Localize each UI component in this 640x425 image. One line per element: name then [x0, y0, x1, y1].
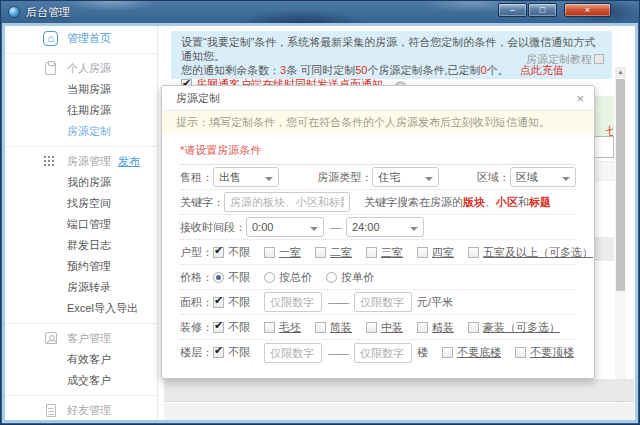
- chevron-down-icon: [310, 227, 318, 235]
- footer-band-lower: [164, 403, 634, 420]
- area-min-input[interactable]: [264, 292, 322, 312]
- area-max-input[interactable]: [354, 292, 412, 312]
- sidebar-item-haoyou-guanli[interactable]: 好友管理: [5, 401, 157, 420]
- sidebar-item-chengjiao-kehu[interactable]: 成交客户: [5, 371, 157, 390]
- layout-3room-checkbox[interactable]: 三室: [366, 245, 403, 260]
- dialog-title: 房源定制: [176, 92, 220, 104]
- sidebar-item-wode-fangyuan[interactable]: 我的房源: [5, 173, 157, 192]
- sidebar-item-duankou-guanli[interactable]: 端口管理: [5, 215, 157, 234]
- deco-jingzhuang-checkbox[interactable]: 精装: [417, 320, 454, 335]
- dialog-body: *请设置房源条件 售租： 出售 房源类型： 住宅 区域： 区域 关键字：: [162, 133, 594, 365]
- property-type-select[interactable]: 住宅: [372, 167, 438, 187]
- chevron-down-icon: [410, 227, 418, 235]
- home-icon: ⌂: [43, 31, 58, 46]
- sidebar-item-qunfa-rizhi[interactable]: 群发日志: [5, 236, 157, 255]
- sidebar-item-kehu-guanli[interactable]: 客户管理: [5, 329, 157, 348]
- time-to-select[interactable]: 24:00: [346, 217, 424, 237]
- max-count: 50: [355, 64, 367, 76]
- sidebar-item-fangyuan-dingzhi[interactable]: 房源定制: [5, 122, 157, 141]
- divider: [5, 323, 157, 324]
- layout-1room-checkbox[interactable]: 一室: [264, 245, 301, 260]
- check-icon: ✔: [214, 319, 223, 332]
- price-unlimited-radio[interactable]: 不限: [213, 270, 250, 285]
- app-window: 后台管理 – □ × ⌂ 管理首页 个人房源 当期房源 往期房源 房源定制 房源…: [0, 0, 640, 425]
- dialog-header: 房源定制 ×: [162, 86, 594, 111]
- row-sale-type-region: 售租： 出售 房源类型： 住宅 区域： 区域: [180, 165, 576, 190]
- sidebar-item-fangyuan-guanli[interactable]: 房源管理 发布: [5, 152, 157, 171]
- sidebar: ⌂ 管理首页 个人房源 当期房源 往期房源 房源定制 房源管理 发布 我的房源 …: [5, 23, 158, 420]
- scrollbar[interactable]: ▲: [615, 67, 626, 403]
- divider: [5, 53, 157, 54]
- check-icon: ✔: [214, 294, 223, 307]
- sidebar-item-guanli-shouye[interactable]: ⌂ 管理首页: [5, 29, 157, 48]
- scrollbar-thumb[interactable]: [616, 79, 625, 291]
- sidebar-item-yuyue-guanli[interactable]: 预约管理: [5, 257, 157, 276]
- sidebar-item-wangqi-fangyuan[interactable]: 往期房源: [5, 101, 157, 120]
- sidebar-item-fangyuan-zhuanlu[interactable]: 房源转录: [5, 278, 157, 297]
- layout-4room-checkbox[interactable]: 四室: [417, 245, 454, 260]
- keyword-input[interactable]: [224, 192, 350, 212]
- clipped-input-fragment: [595, 136, 614, 158]
- section-label: *请设置房源条件: [180, 143, 576, 158]
- deco-haozhuang-checkbox[interactable]: 豪装（可多选）: [468, 320, 560, 335]
- tutorial-link[interactable]: 房源定制教程: [526, 52, 604, 66]
- layout-2room-checkbox[interactable]: 二室: [315, 245, 352, 260]
- divider: [5, 395, 157, 396]
- row-decoration: 装修： ✔不限 毛坯 简装 中装 精装 豪装（可多选）: [180, 315, 576, 340]
- floor-unlimited-checkbox[interactable]: ✔不限: [213, 345, 250, 360]
- no-ground-floor-checkbox[interactable]: 不要底楼: [442, 345, 501, 360]
- dialog-close-icon[interactable]: ×: [576, 86, 584, 111]
- tutorial-icon: [594, 54, 604, 64]
- close-button[interactable]: ×: [564, 3, 611, 17]
- check-icon: ✔: [214, 244, 223, 257]
- price-unit-radio[interactable]: 按单价: [326, 270, 374, 285]
- chevron-down-icon: [425, 177, 433, 185]
- main-content: 设置“我要定制”条件，系统将最新采集的房源，符合您定制的条件，会以微信通知方式通…: [159, 23, 635, 420]
- sidebar-item-youxiao-kehu[interactable]: 有效客户: [5, 350, 157, 369]
- sale-select[interactable]: 出售: [213, 167, 279, 187]
- row-price: 价格： 不限 按总价 按单价: [180, 265, 576, 290]
- deco-unlimited-checkbox[interactable]: ✔不限: [213, 320, 250, 335]
- window-title: 后台管理: [26, 5, 70, 20]
- row-area: 面积： ✔不限 —— 元/平米: [180, 290, 576, 315]
- floor-min-input[interactable]: [264, 343, 322, 363]
- clipped-button-fragment: [595, 237, 614, 261]
- scroll-up-arrow[interactable]: ▲: [615, 67, 626, 78]
- dialog-hint-bar: 提示：填写定制条件，您可在符合条件的个人房源发布后立刻收到短信通知。: [162, 111, 594, 133]
- layout-unlimited-checkbox[interactable]: ✔不限: [213, 245, 250, 260]
- region-select[interactable]: 区域: [510, 167, 576, 187]
- row-floor: 楼层： ✔不限 —— 楼 不要底楼 不要顶楼: [180, 340, 576, 365]
- maximize-button[interactable]: □: [528, 3, 557, 17]
- document-icon: [46, 404, 56, 417]
- sidebar-item-geren-fangyuan[interactable]: 个人房源: [5, 59, 157, 78]
- sidebar-item-zhaofang-kongjian[interactable]: 找房空间: [5, 194, 157, 213]
- price-total-radio[interactable]: 按总价: [264, 270, 312, 285]
- floor-max-input[interactable]: [354, 343, 412, 363]
- sidebar-item-dangqi-fangyuan[interactable]: 当期房源: [5, 80, 157, 99]
- client-area: ⌂ 管理首页 个人房源 当期房源 往期房源 房源定制 房源管理 发布 我的房源 …: [5, 23, 635, 420]
- notice-banner: 设置“我要定制”条件，系统将最新采集的房源，符合您定制的条件，会以微信通知方式通…: [171, 31, 612, 79]
- window-titlebar: 后台管理 – □ ×: [1, 1, 639, 23]
- no-top-floor-checkbox[interactable]: 不要顶楼: [515, 345, 574, 360]
- sidebar-item-excel[interactable]: Excel导入导出: [5, 299, 157, 318]
- row-layout: 户型： ✔不限 一室 二室 三室 四室 五室及以上（可多选）: [180, 240, 576, 265]
- minimize-button[interactable]: –: [498, 3, 527, 17]
- check-icon: ✔: [214, 344, 223, 357]
- deco-maopi-checkbox[interactable]: 毛坯: [264, 320, 301, 335]
- divider: [5, 146, 157, 147]
- publish-link[interactable]: 发布: [118, 155, 140, 167]
- app-icon: [8, 6, 20, 18]
- chevron-down-icon: [562, 177, 570, 185]
- clipped-box-fragment: [595, 161, 614, 181]
- layout-5room-checkbox[interactable]: 五室及以上（可多选）: [468, 245, 593, 260]
- grid-icon: [44, 156, 59, 171]
- chevron-down-icon: [265, 177, 273, 185]
- row-keyword: 关键字： 关键字搜索在房源的版块、小区和标题: [180, 190, 576, 215]
- time-from-select[interactable]: 0:00: [246, 217, 324, 237]
- clipboard-icon: [45, 62, 56, 75]
- customers-icon: [45, 332, 57, 344]
- area-unlimited-checkbox[interactable]: ✔不限: [213, 295, 250, 310]
- row-time-range: 接收时间段： 0:00 — 24:00: [180, 215, 576, 240]
- deco-jianzhuang-checkbox[interactable]: 简装: [315, 320, 352, 335]
- deco-zhongzhuang-checkbox[interactable]: 中装: [366, 320, 403, 335]
